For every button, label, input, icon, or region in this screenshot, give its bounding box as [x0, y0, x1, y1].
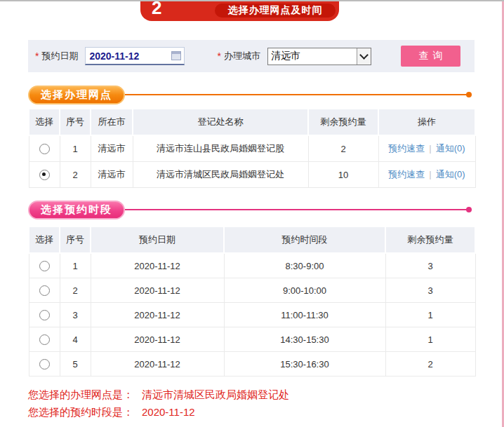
time-remaining-cell: 1: [385, 327, 475, 352]
time-table-row: 32020-11-1211:00-11:301: [29, 303, 475, 327]
col-select: 选择: [29, 109, 60, 135]
site-remaining-cell: 2: [308, 135, 378, 162]
col-city: 所在市: [91, 109, 133, 135]
time-index-cell: 3: [60, 303, 91, 327]
col-remaining: 剩余预约量: [385, 226, 475, 253]
site-remaining-cell: 10: [308, 162, 378, 188]
col-index: 序号: [60, 226, 91, 253]
col-index: 序号: [60, 109, 91, 135]
required-mark: *: [35, 50, 39, 62]
time-remaining-cell: 2: [385, 352, 475, 377]
radio-unselected[interactable]: [39, 261, 50, 271]
city-label: 办理城市: [224, 50, 260, 62]
quick-check-link[interactable]: 预约速查: [388, 143, 425, 154]
col-registry-name: 登记处名称: [133, 109, 308, 135]
time-date-cell: 2020-11-12: [91, 352, 224, 377]
time-section-title: 选择预约时段: [28, 201, 125, 219]
site-city-cell: 清远市: [91, 162, 133, 188]
site-select-cell[interactable]: [29, 135, 60, 162]
quick-check-link[interactable]: 预约速查: [388, 169, 425, 179]
time-remaining-cell: 3: [385, 278, 475, 303]
date-value: 2020-11-12: [86, 50, 171, 62]
summary-site-value: 清远市清城区民政局婚姻登记处: [142, 388, 289, 400]
time-table: 选择 序号 预约日期 预约时间段 剩余预约量 12020-11-128:30-9…: [28, 226, 476, 377]
site-table: 选择 序号 所在市 登记处名称 剩余预约量 操作 1清远市清远市连山县民政局婚姻…: [28, 108, 476, 188]
summary-time-value: 2020-11-12: [142, 406, 195, 418]
site-select-cell[interactable]: [29, 162, 60, 188]
time-table-row: 22020-11-129:00-10:003: [29, 278, 475, 303]
site-table-header-row: 选择 序号 所在市 登记处名称 剩余预约量 操作: [29, 109, 475, 135]
link-separator: |: [429, 169, 431, 179]
time-date-cell: 2020-11-12: [91, 327, 224, 352]
time-date-cell: 2020-11-12: [91, 253, 224, 278]
time-index-cell: 4: [60, 327, 91, 352]
site-actions-cell: 预约速查|通知(0): [378, 162, 475, 188]
time-index-cell: 1: [60, 253, 91, 278]
site-table-row: 1清远市清远市连山县民政局婚姻登记股2预约速查|通知(0): [29, 135, 475, 162]
line-end-dot: [466, 92, 472, 97]
radio-unselected[interactable]: [39, 144, 50, 154]
time-table-row: 42020-11-1214:30-15:301: [29, 327, 475, 352]
filter-bar: * 预约日期 2020-11-12 * 办理城市 清远市 查询: [28, 40, 475, 72]
calendar-icon[interactable]: [171, 51, 181, 60]
time-select-cell[interactable]: [29, 278, 60, 303]
radio-selected[interactable]: [39, 170, 50, 180]
date-label: 预约日期: [41, 50, 78, 62]
city-selected-value: 清远市: [268, 50, 357, 62]
time-select-cell[interactable]: [29, 327, 60, 352]
time-slot-cell: 9:00-10:00: [224, 278, 385, 303]
time-slot-cell: 11:00-11:30: [224, 303, 385, 327]
summary-time-label: 您选择的预约时段是：: [28, 406, 133, 418]
time-select-cell[interactable]: [29, 303, 60, 327]
city-select[interactable]: 清远市: [267, 48, 371, 65]
summary-site-line: 您选择的办理网点是：清远市清城区民政局婚姻登记处: [28, 386, 289, 403]
chevron-down-icon[interactable]: [357, 48, 371, 65]
site-index-cell: 1: [60, 135, 91, 162]
site-name-cell: 清远市连山县民政局婚姻登记股: [133, 135, 308, 162]
query-button[interactable]: 查询: [401, 46, 460, 67]
time-slot-cell: 15:30-16:30: [224, 352, 385, 377]
site-name-cell: 清远市清城区民政局婚姻登记处: [133, 162, 308, 188]
notice-link[interactable]: 通知(0): [436, 143, 465, 154]
time-table-row: 52020-11-1215:30-16:302: [29, 352, 475, 377]
notice-link[interactable]: 通知(0): [436, 169, 465, 179]
radio-unselected[interactable]: [39, 310, 50, 320]
time-table-header-row: 选择 序号 预约日期 预约时间段 剩余预约量: [29, 226, 475, 253]
date-input[interactable]: 2020-11-12: [85, 47, 185, 65]
radio-unselected[interactable]: [39, 334, 50, 345]
site-section-title: 选择办理网点: [28, 86, 125, 104]
col-date: 预约日期: [91, 226, 224, 253]
summary-site-label: 您选择的办理网点是：: [28, 388, 133, 400]
summary-time-line: 您选择的预约时段是：2020-11-12: [28, 403, 289, 421]
time-slot-cell: 8:30-9:00: [224, 253, 385, 278]
time-select-cell[interactable]: [29, 352, 60, 377]
time-date-cell: 2020-11-12: [91, 303, 224, 327]
time-index-cell: 2: [60, 278, 91, 303]
radio-unselected[interactable]: [39, 285, 50, 296]
time-remaining-cell: 1: [385, 303, 475, 327]
step-banner: 2 选择办理网点及时间: [140, 1, 339, 21]
time-slot-cell: 14:30-15:30: [224, 327, 385, 352]
col-timeslot: 预约时间段: [224, 226, 385, 253]
line-end-dot: [466, 207, 472, 212]
time-remaining-cell: 3: [385, 253, 475, 278]
link-separator: |: [429, 143, 431, 154]
col-select: 选择: [29, 226, 60, 253]
time-section-header: 选择预约时段: [28, 200, 475, 219]
radio-unselected[interactable]: [39, 359, 50, 370]
orange-divider-line: [125, 94, 472, 95]
site-city-cell: 清远市: [91, 135, 133, 162]
col-actions: 操作: [378, 109, 475, 135]
site-index-cell: 2: [60, 162, 91, 188]
step-title: 选择办理网点及时间: [215, 4, 336, 18]
time-date-cell: 2020-11-12: [91, 278, 224, 303]
col-remaining: 剩余预约量: [308, 109, 378, 135]
site-table-row: 2清远市清远市清城区民政局婚姻登记处10预约速查|通知(0): [29, 162, 475, 188]
selection-summary: 您选择的办理网点是：清远市清城区民政局婚姻登记处 您选择的预约时段是：2020-…: [28, 386, 289, 421]
appointment-page: 2 选择办理网点及时间 * 预约日期 2020-11-12 * 办理城市 清远市…: [0, 0, 504, 427]
time-select-cell[interactable]: [29, 253, 60, 278]
site-actions-cell: 预约速查|通知(0): [378, 135, 475, 162]
pink-divider-line: [125, 209, 472, 210]
time-index-cell: 5: [60, 352, 91, 377]
site-section-header: 选择办理网点: [28, 85, 475, 104]
